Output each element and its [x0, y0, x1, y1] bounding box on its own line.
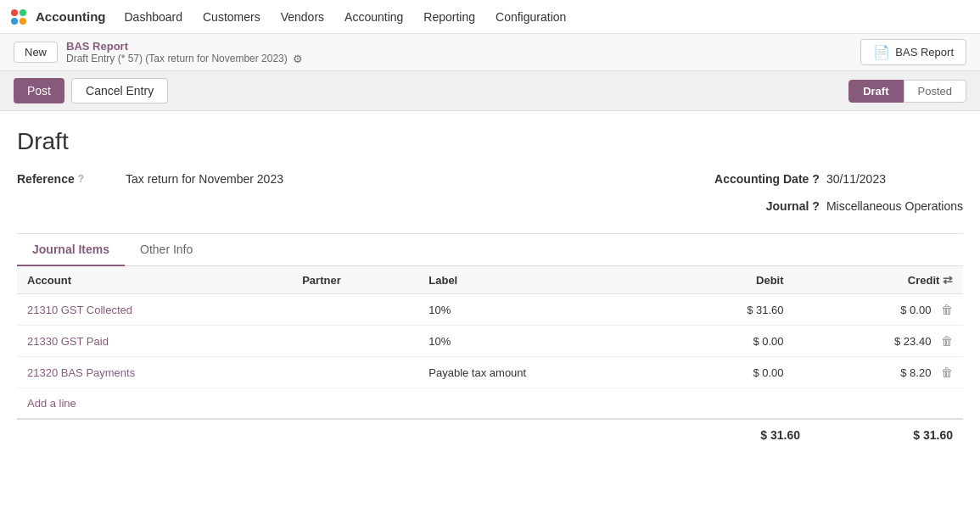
table-row: 21310 GST Collected 10% $ 31.60 $ 0.00 🗑 — [17, 294, 963, 326]
nav-item-accounting[interactable]: Accounting — [336, 5, 412, 29]
total-credit: $ 31.60 — [868, 428, 953, 442]
column-adjust-icon[interactable]: ⇄ — [943, 273, 953, 287]
table-row: 21330 GST Paid 10% $ 0.00 $ 23.40 🗑 — [17, 326, 963, 357]
action-buttons: Post Cancel Entry — [14, 78, 168, 103]
cell-debit-0: $ 31.60 — [671, 294, 793, 326]
cell-credit-2: $ 8.20 🗑 — [794, 357, 963, 388]
svg-point-0 — [11, 9, 18, 16]
tab-journal-items[interactable]: Journal Items — [17, 234, 125, 266]
cell-account-0[interactable]: 21310 GST Collected — [17, 294, 292, 326]
col-account: Account — [17, 266, 292, 294]
breadcrumb-subtitle-text: Draft Entry (* 57) (Tax return for Novem… — [66, 53, 288, 64]
breadcrumb-left: New BAS Report Draft Entry (* 57) (Tax r… — [14, 40, 303, 65]
breadcrumb-text: BAS Report Draft Entry (* 57) (Tax retur… — [66, 40, 303, 65]
status-bar: Draft Posted — [848, 80, 966, 103]
accounting-date-label: Accounting Date ? — [709, 172, 820, 186]
cell-credit-1: $ 23.40 🗑 — [794, 326, 963, 357]
journal-row: Journal ? Miscellaneous Operations — [709, 199, 963, 213]
post-button[interactable]: Post — [14, 78, 64, 103]
cell-debit-2: $ 0.00 — [671, 357, 793, 388]
bas-report-label: BAS Report — [895, 46, 954, 59]
cell-debit-1: $ 0.00 — [671, 326, 793, 357]
cell-credit-0: $ 0.00 🗑 — [794, 294, 963, 326]
cell-label-0: 10% — [418, 294, 671, 326]
breadcrumb-subtitle: Draft Entry (* 57) (Tax return for Novem… — [66, 53, 303, 65]
left-fields: Reference ? Tax return for November 2023 — [17, 172, 283, 213]
top-navigation: Accounting Dashboard Customers Vendors A… — [0, 0, 980, 34]
cell-account-2[interactable]: 21320 BAS Payments — [17, 357, 292, 388]
breadcrumb-title[interactable]: BAS Report — [66, 40, 303, 53]
reference-label: Reference ? — [17, 172, 119, 186]
col-debit: Debit — [671, 266, 793, 294]
cell-label-1: 10% — [418, 326, 671, 357]
table-footer: $ 31.60 $ 31.60 — [17, 418, 963, 450]
col-partner: Partner — [292, 266, 418, 294]
status-draft[interactable]: Draft — [848, 80, 903, 103]
new-button[interactable]: New — [14, 42, 58, 63]
gear-icon[interactable]: ⚙ — [293, 53, 303, 65]
cell-partner-1 — [292, 326, 418, 357]
right-fields-group: Accounting Date ? 30/11/2023 Journal ? M… — [709, 172, 963, 213]
fields-section: Reference ? Tax return for November 2023… — [17, 172, 963, 213]
svg-point-2 — [11, 18, 18, 25]
journal-items-table-wrapper: Account Partner Label Debit Credit ⇄ 213… — [17, 266, 963, 418]
accounting-date-row: Accounting Date ? 30/11/2023 — [709, 172, 963, 186]
tabs-row: Journal Items Other Info — [17, 234, 963, 266]
tab-other-info[interactable]: Other Info — [125, 234, 208, 266]
svg-point-1 — [20, 9, 26, 16]
col-label: Label — [418, 266, 671, 294]
svg-point-3 — [20, 18, 26, 25]
action-bar: Post Cancel Entry Draft Posted — [0, 71, 980, 111]
nav-item-dashboard[interactable]: Dashboard — [116, 5, 192, 29]
reference-field-row: Reference ? Tax return for November 2023 — [17, 172, 283, 186]
right-fields: Accounting Date ? 30/11/2023 Journal ? M… — [709, 172, 963, 213]
nav-brand: Accounting — [36, 9, 106, 24]
nav-item-configuration[interactable]: Configuration — [487, 5, 574, 29]
main-content: Draft Reference ? Tax return for Novembe… — [0, 111, 980, 450]
tabs-section: Journal Items Other Info — [17, 233, 963, 266]
add-line-link[interactable]: Add a line — [17, 388, 87, 418]
cell-account-1[interactable]: 21330 GST Paid — [17, 326, 292, 357]
page-title: Draft — [17, 128, 963, 155]
accounting-date-help-icon[interactable]: ? — [812, 172, 820, 186]
breadcrumb-bar: New BAS Report Draft Entry (* 57) (Tax r… — [0, 34, 980, 71]
reference-value: Tax return for November 2023 — [126, 172, 283, 186]
document-icon: 📄 — [873, 44, 890, 60]
journal-items-table: Account Partner Label Debit Credit ⇄ 213… — [17, 266, 963, 388]
cancel-entry-button[interactable]: Cancel Entry — [71, 78, 168, 103]
table-row: 21320 BAS Payments Payable tax amount $ … — [17, 357, 963, 388]
bas-report-button[interactable]: 📄 BAS Report — [860, 39, 966, 65]
delete-row-1-icon[interactable]: 🗑 — [941, 334, 953, 348]
nav-item-reporting[interactable]: Reporting — [415, 5, 484, 29]
accounting-date-value: 30/11/2023 — [826, 172, 886, 186]
total-debit: $ 31.60 — [715, 428, 800, 442]
nav-item-vendors[interactable]: Vendors — [272, 5, 333, 29]
nav-item-customers[interactable]: Customers — [194, 5, 269, 29]
cell-partner-0 — [292, 294, 418, 326]
delete-row-2-icon[interactable]: 🗑 — [941, 366, 953, 379]
cell-label-2: Payable tax amount — [418, 357, 671, 388]
delete-row-0-icon[interactable]: 🗑 — [941, 303, 953, 316]
status-posted[interactable]: Posted — [904, 80, 966, 103]
journal-label: Journal ? — [709, 199, 820, 213]
col-credit: Credit ⇄ — [794, 266, 963, 294]
app-logo — [10, 8, 27, 25]
cell-partner-2 — [292, 357, 418, 388]
journal-help-icon[interactable]: ? — [812, 199, 820, 213]
reference-help-icon[interactable]: ? — [78, 173, 84, 185]
table-header-row: Account Partner Label Debit Credit ⇄ — [17, 266, 963, 294]
journal-value: Miscellaneous Operations — [826, 199, 963, 213]
